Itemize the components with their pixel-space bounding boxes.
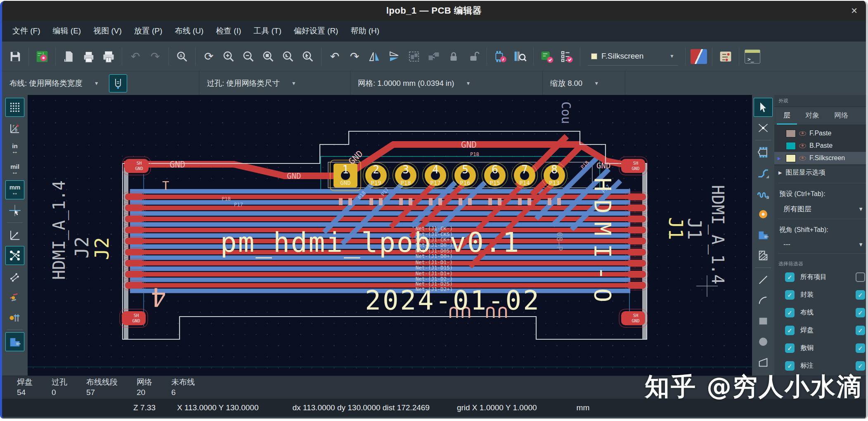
draw-polygon-tool-button[interactable]: [754, 353, 773, 372]
filter-checkbox-right[interactable]: ✓: [856, 290, 865, 300]
draw-circle-tool-button[interactable]: [754, 332, 773, 351]
scripting-console-button[interactable]: >_: [743, 46, 762, 67]
grid-select[interactable]: 网格: 1.0000 mm (0.0394 in) ▼: [350, 71, 543, 95]
tab-网络[interactable]: 网络: [828, 107, 855, 125]
visibility-eye-icon[interactable]: [799, 131, 806, 136]
unlock-button[interactable]: [464, 46, 483, 67]
zoom-in-button[interactable]: [219, 46, 239, 67]
undo-button[interactable]: ↶: [125, 46, 145, 67]
sh-gnd-pad-top-left[interactable]: SH GND: [123, 157, 151, 175]
auto-track-width-toggle[interactable]: [109, 74, 127, 92]
local-ratsnest-tool-button[interactable]: [754, 118, 773, 137]
filter-checkbox-right[interactable]: ✓: [856, 361, 865, 371]
highlight-nets-button[interactable]: [5, 287, 24, 306]
filter-checkbox[interactable]: ✓: [785, 272, 795, 282]
ungroup-button[interactable]: [424, 46, 444, 67]
via-display-button[interactable]: [5, 308, 24, 327]
filter-checkbox[interactable]: ✓: [785, 361, 795, 371]
close-icon[interactable]: ✕: [851, 6, 858, 16]
gnd-trace-left[interactable]: [124, 164, 336, 176]
titlebar[interactable]: lpob_1 — PCB 编辑器 ✕: [2, 1, 866, 21]
filter-checkbox-right[interactable]: ✓: [856, 308, 865, 317]
footprint-browser-button[interactable]: [510, 46, 530, 67]
filter-checkbox[interactable]: ✓: [785, 326, 795, 335]
tab-对象[interactable]: 对象: [799, 107, 826, 125]
tune-length-tool-button[interactable]: [754, 184, 773, 203]
visibility-eye-icon[interactable]: [799, 144, 806, 148]
refresh-view-button[interactable]: ⟳: [199, 46, 219, 67]
menu-item-1[interactable]: 编辑 (E): [47, 23, 88, 39]
drc-button[interactable]: [557, 46, 577, 67]
filter-checkbox-right[interactable]: [856, 272, 865, 282]
menu-item-5[interactable]: 检查 (I): [210, 23, 247, 39]
show-ratsnest-button[interactable]: [5, 246, 24, 265]
draw-zone-tool-button[interactable]: [754, 225, 773, 244]
filter-checkbox[interactable]: ✓: [785, 343, 795, 353]
find-button[interactable]: A: [172, 46, 192, 67]
grid-toggle-button[interactable]: [5, 98, 24, 117]
select-tool-button[interactable]: [754, 98, 773, 117]
menu-item-7[interactable]: 偏好设置 (R): [288, 23, 345, 39]
menu-item-3[interactable]: 放置 (P): [128, 23, 169, 39]
sh-gnd-pad-top-right[interactable]: SH GND: [619, 157, 647, 175]
flip-horizontal-button[interactable]: [364, 46, 384, 67]
via-size-select[interactable]: 过孔: 使用网络类尺寸 ▼: [199, 71, 350, 95]
net-inspector-button[interactable]: [716, 46, 736, 67]
place-via-tool-button[interactable]: [754, 205, 773, 224]
route-tracks-tool-button[interactable]: [754, 163, 773, 182]
silkscreen-hdmi-label[interactable]: HDMI-O: [589, 177, 616, 310]
zoom-fit-page-button[interactable]: [258, 46, 278, 67]
zone-display-button[interactable]: [5, 332, 24, 351]
print-button[interactable]: [79, 46, 99, 67]
viewport-select[interactable]: --- ▼: [774, 235, 868, 250]
menu-item-0[interactable]: 文件 (F): [6, 23, 47, 39]
board-setup-button[interactable]: [32, 46, 52, 67]
update-pcb-button[interactable]: [537, 46, 557, 67]
zoom-fit-objects-button[interactable]: [278, 46, 298, 67]
layer-color-swatch[interactable]: [786, 154, 796, 162]
group-button[interactable]: [404, 46, 424, 67]
layer-selector[interactable]: F.Silkscreen ▼: [588, 47, 678, 66]
rule-area-tool-button[interactable]: [754, 246, 773, 265]
sh-gnd-pad-bottom-right[interactable]: SH GND: [619, 309, 647, 327]
place-footprint-tool-button[interactable]: [754, 143, 773, 162]
units-mm-button[interactable]: mm↔: [5, 180, 24, 199]
lock-button[interactable]: [444, 46, 464, 67]
filter-checkbox[interactable]: ✓: [785, 308, 795, 317]
units-mils-button[interactable]: mil↔: [5, 160, 24, 179]
filter-checkbox[interactable]: ✓: [785, 290, 795, 300]
crosshair-cursor-button[interactable]: [5, 201, 24, 220]
preset-select[interactable]: 所有图层 ▼: [774, 199, 868, 215]
layer-pair-button[interactable]: [689, 46, 709, 67]
save-button[interactable]: [5, 46, 25, 67]
menu-item-4[interactable]: 布线 (U): [168, 23, 210, 39]
menu-item-6[interactable]: 工具 (T): [247, 23, 288, 39]
right-ref-silk[interactable]: J1: [665, 217, 687, 240]
plot-button[interactable]: [99, 46, 118, 67]
draw-arc-tool-button[interactable]: [754, 291, 773, 310]
layer-color-swatch[interactable]: [786, 142, 796, 150]
tab-层[interactable]: 层: [777, 107, 797, 125]
menu-item-2[interactable]: 视图 (V): [87, 23, 128, 39]
zoom-select[interactable]: 缩放 8.00 ▼: [543, 71, 625, 95]
footprint-editor-button[interactable]: [490, 46, 510, 67]
draw-line-tool-button[interactable]: [754, 270, 773, 289]
layer-row-F.Paste[interactable]: F.Paste: [774, 127, 868, 140]
units-inches-button[interactable]: in↔: [5, 139, 24, 158]
page-settings-button[interactable]: [59, 46, 79, 67]
rotate-cw-button[interactable]: ↷: [345, 46, 364, 67]
redo-button[interactable]: ↷: [145, 46, 165, 67]
polar-coords-button[interactable]: rθ: [5, 118, 24, 137]
layer-row-F.Silkscreen[interactable]: ▶F.Silkscreen: [774, 152, 868, 164]
rotate-ccw-button[interactable]: ↶: [325, 46, 345, 67]
sh-gnd-pad-bottom-left[interactable]: SH GND: [120, 309, 148, 327]
menu-item-8[interactable]: 帮助 (H): [344, 23, 386, 39]
zoom-selection-button[interactable]: [298, 46, 318, 67]
layer-color-swatch[interactable]: [786, 130, 796, 137]
pcb-canvas[interactable]: Net-(J1-CK-)Net-(J1-CKS)Net-(J1-CK+)Net-…: [28, 95, 752, 376]
visibility-eye-icon[interactable]: [799, 156, 806, 161]
zoom-out-button[interactable]: [239, 46, 258, 67]
ratsnest-lines-button[interactable]: [5, 225, 24, 244]
draw-rect-tool-button[interactable]: [754, 312, 773, 331]
filter-checkbox-right[interactable]: ✓: [856, 343, 865, 353]
